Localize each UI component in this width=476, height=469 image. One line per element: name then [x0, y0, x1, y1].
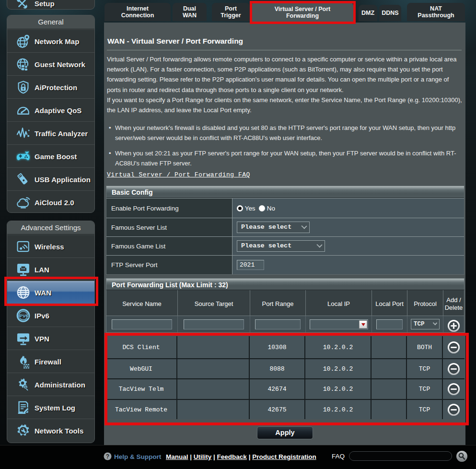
svg-text:IPV6: IPV6 [18, 313, 28, 318]
svg-text:?: ? [106, 453, 109, 460]
